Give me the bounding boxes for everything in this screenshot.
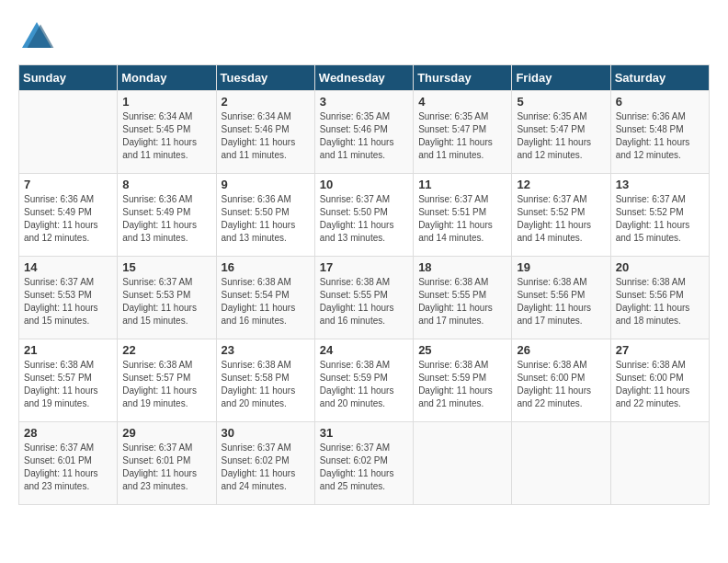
day-info: Sunrise: 6:36 AMSunset: 5:49 PMDaylight:… — [24, 193, 112, 245]
day-number: 21 — [24, 343, 112, 357]
column-header-friday: Friday — [512, 65, 610, 91]
day-number: 30 — [222, 426, 310, 440]
day-info: Sunrise: 6:37 AMSunset: 6:01 PMDaylight:… — [24, 442, 112, 493]
calendar-cell: 3 Sunrise: 6:35 AMSunset: 5:46 PMDayligh… — [314, 91, 413, 174]
day-number: 23 — [222, 343, 310, 357]
day-info: Sunrise: 6:38 AMSunset: 5:57 PMDaylight:… — [24, 359, 112, 410]
day-info: Sunrise: 6:38 AMSunset: 5:59 PMDaylight:… — [418, 359, 506, 410]
day-info: Sunrise: 6:37 AMSunset: 6:02 PMDaylight:… — [222, 442, 310, 493]
calendar-cell: 24 Sunrise: 6:38 AMSunset: 5:59 PMDaylig… — [314, 339, 413, 422]
day-number: 7 — [24, 178, 112, 191]
calendar-cell: 29 Sunrise: 6:37 AMSunset: 6:01 PMDaylig… — [118, 422, 216, 505]
day-info: Sunrise: 6:37 AMSunset: 5:50 PMDaylight:… — [320, 193, 408, 245]
day-info: Sunrise: 6:37 AMSunset: 5:51 PMDaylight:… — [418, 193, 506, 245]
column-header-thursday: Thursday — [414, 65, 512, 91]
day-number: 18 — [418, 260, 506, 274]
day-number: 29 — [122, 426, 210, 440]
day-info: Sunrise: 6:37 AMSunset: 5:53 PMDaylight:… — [24, 276, 112, 327]
day-info: Sunrise: 6:34 AMSunset: 5:45 PMDaylight:… — [122, 110, 210, 162]
day-number: 2 — [222, 95, 310, 109]
day-info: Sunrise: 6:38 AMSunset: 5:56 PMDaylight:… — [517, 276, 605, 327]
day-number: 14 — [24, 260, 112, 274]
column-header-wednesday: Wednesday — [314, 65, 413, 91]
column-header-monday: Monday — [118, 65, 216, 91]
day-number: 10 — [320, 178, 408, 191]
calendar-table: SundayMondayTuesdayWednesdayThursdayFrid… — [18, 64, 710, 505]
calendar-cell: 26 Sunrise: 6:38 AMSunset: 6:00 PMDaylig… — [512, 339, 610, 422]
day-info: Sunrise: 6:38 AMSunset: 6:00 PMDaylight:… — [517, 359, 605, 410]
day-number: 28 — [24, 426, 112, 440]
day-info: Sunrise: 6:36 AMSunset: 5:49 PMDaylight:… — [122, 193, 210, 245]
calendar-cell: 25 Sunrise: 6:38 AMSunset: 5:59 PMDaylig… — [414, 339, 512, 422]
column-header-sunday: Sunday — [19, 65, 118, 91]
day-number: 15 — [122, 260, 210, 274]
day-number: 17 — [320, 260, 408, 274]
week-row-1: 1 Sunrise: 6:34 AMSunset: 5:45 PMDayligh… — [19, 91, 710, 174]
calendar-cell — [610, 422, 709, 505]
day-number: 9 — [222, 178, 310, 191]
week-row-4: 21 Sunrise: 6:38 AMSunset: 5:57 PMDaylig… — [19, 339, 710, 422]
calendar-cell: 27 Sunrise: 6:38 AMSunset: 6:00 PMDaylig… — [610, 339, 709, 422]
page-header — [18, 18, 710, 55]
day-number: 27 — [616, 343, 704, 357]
calendar-cell — [19, 91, 118, 174]
day-number: 25 — [418, 343, 506, 357]
day-number: 6 — [616, 95, 704, 109]
week-row-5: 28 Sunrise: 6:37 AMSunset: 6:01 PMDaylig… — [19, 422, 710, 505]
calendar-cell: 30 Sunrise: 6:37 AMSunset: 6:02 PMDaylig… — [216, 422, 314, 505]
logo-icon — [18, 18, 55, 55]
day-number: 12 — [517, 178, 605, 191]
calendar-cell: 22 Sunrise: 6:38 AMSunset: 5:57 PMDaylig… — [118, 339, 216, 422]
calendar-cell: 9 Sunrise: 6:36 AMSunset: 5:50 PMDayligh… — [216, 174, 314, 257]
calendar-cell: 10 Sunrise: 6:37 AMSunset: 5:50 PMDaylig… — [314, 174, 413, 257]
column-header-tuesday: Tuesday — [216, 65, 314, 91]
day-number: 19 — [517, 260, 605, 274]
day-info: Sunrise: 6:38 AMSunset: 5:59 PMDaylight:… — [320, 359, 408, 410]
calendar-cell: 31 Sunrise: 6:37 AMSunset: 6:02 PMDaylig… — [314, 422, 413, 505]
day-info: Sunrise: 6:35 AMSunset: 5:46 PMDaylight:… — [320, 110, 408, 162]
logo — [18, 18, 61, 55]
day-number: 31 — [320, 426, 408, 440]
day-number: 26 — [517, 343, 605, 357]
day-info: Sunrise: 6:36 AMSunset: 5:48 PMDaylight:… — [616, 110, 704, 162]
day-info: Sunrise: 6:37 AMSunset: 6:02 PMDaylight:… — [320, 442, 408, 493]
day-info: Sunrise: 6:38 AMSunset: 5:56 PMDaylight:… — [616, 276, 704, 327]
day-info: Sunrise: 6:36 AMSunset: 5:50 PMDaylight:… — [222, 193, 310, 245]
calendar-cell: 17 Sunrise: 6:38 AMSunset: 5:55 PMDaylig… — [314, 257, 413, 339]
day-number: 24 — [320, 343, 408, 357]
day-number: 22 — [122, 343, 210, 357]
calendar-cell: 28 Sunrise: 6:37 AMSunset: 6:01 PMDaylig… — [19, 422, 118, 505]
day-info: Sunrise: 6:38 AMSunset: 5:57 PMDaylight:… — [122, 359, 210, 410]
calendar-cell — [512, 422, 610, 505]
calendar-cell — [414, 422, 512, 505]
day-info: Sunrise: 6:37 AMSunset: 5:52 PMDaylight:… — [517, 193, 605, 245]
calendar-cell: 4 Sunrise: 6:35 AMSunset: 5:47 PMDayligh… — [414, 91, 512, 174]
calendar-cell: 7 Sunrise: 6:36 AMSunset: 5:49 PMDayligh… — [19, 174, 118, 257]
day-number: 11 — [418, 178, 506, 191]
day-number: 3 — [320, 95, 408, 109]
day-info: Sunrise: 6:37 AMSunset: 6:01 PMDaylight:… — [122, 442, 210, 493]
day-info: Sunrise: 6:38 AMSunset: 5:58 PMDaylight:… — [222, 359, 310, 410]
calendar-cell: 16 Sunrise: 6:38 AMSunset: 5:54 PMDaylig… — [216, 257, 314, 339]
day-info: Sunrise: 6:34 AMSunset: 5:46 PMDaylight:… — [222, 110, 310, 162]
calendar-cell: 11 Sunrise: 6:37 AMSunset: 5:51 PMDaylig… — [414, 174, 512, 257]
day-number: 1 — [122, 95, 210, 109]
calendar-cell: 2 Sunrise: 6:34 AMSunset: 5:46 PMDayligh… — [216, 91, 314, 174]
day-info: Sunrise: 6:38 AMSunset: 6:00 PMDaylight:… — [616, 359, 704, 410]
day-info: Sunrise: 6:35 AMSunset: 5:47 PMDaylight:… — [517, 110, 605, 162]
day-info: Sunrise: 6:38 AMSunset: 5:54 PMDaylight:… — [222, 276, 310, 327]
calendar-cell: 23 Sunrise: 6:38 AMSunset: 5:58 PMDaylig… — [216, 339, 314, 422]
calendar-cell: 12 Sunrise: 6:37 AMSunset: 5:52 PMDaylig… — [512, 174, 610, 257]
calendar-cell: 1 Sunrise: 6:34 AMSunset: 5:45 PMDayligh… — [118, 91, 216, 174]
day-info: Sunrise: 6:37 AMSunset: 5:52 PMDaylight:… — [616, 193, 704, 245]
day-info: Sunrise: 6:37 AMSunset: 5:53 PMDaylight:… — [122, 276, 210, 327]
day-number: 13 — [616, 178, 704, 191]
calendar-cell: 13 Sunrise: 6:37 AMSunset: 5:52 PMDaylig… — [610, 174, 709, 257]
day-info: Sunrise: 6:38 AMSunset: 5:55 PMDaylight:… — [418, 276, 506, 327]
column-header-saturday: Saturday — [610, 65, 709, 91]
day-number: 5 — [517, 95, 605, 109]
calendar-cell: 18 Sunrise: 6:38 AMSunset: 5:55 PMDaylig… — [414, 257, 512, 339]
calendar-cell: 21 Sunrise: 6:38 AMSunset: 5:57 PMDaylig… — [19, 339, 118, 422]
calendar-cell: 19 Sunrise: 6:38 AMSunset: 5:56 PMDaylig… — [512, 257, 610, 339]
week-row-3: 14 Sunrise: 6:37 AMSunset: 5:53 PMDaylig… — [19, 257, 710, 339]
